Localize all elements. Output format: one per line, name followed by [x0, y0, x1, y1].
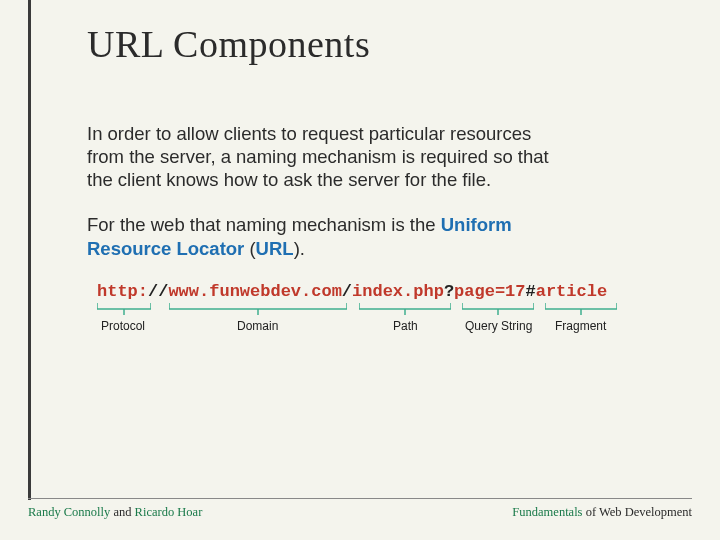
slide-body: URL Components In order to allow clients…: [28, 0, 720, 500]
bracket-domain: [169, 303, 347, 313]
bracket-labels: Protocol Domain Path Query String Fragme…: [97, 319, 664, 339]
label-protocol: Protocol: [101, 319, 145, 333]
bracket-query: [462, 303, 534, 313]
url-sep1: //: [148, 282, 168, 301]
url-sep4: #: [526, 282, 536, 301]
url-sep2: /: [342, 282, 352, 301]
url-path: index.php: [352, 282, 444, 301]
p2-open: (: [244, 238, 255, 259]
bracket-row: [97, 303, 664, 317]
url-fragment: article: [536, 282, 607, 301]
footer-and: and: [110, 505, 134, 519]
url-text: http://www.funwebdev.com/index.php?page=…: [97, 282, 664, 301]
footer-left: Randy Connolly and Ricardo Hoar: [28, 505, 202, 520]
bracket-path: [359, 303, 451, 313]
footer-book-a: Fundamentals: [512, 505, 582, 519]
bracket-protocol: [97, 303, 151, 313]
label-fragment: Fragment: [555, 319, 606, 333]
url-sep3: ?: [444, 282, 454, 301]
url-domain: www.funwebdev.com: [168, 282, 341, 301]
url-protocol: http:: [97, 282, 148, 301]
url-query: page=17: [454, 282, 525, 301]
footer-right: Fundamentals of Web Development: [512, 505, 692, 520]
bracket-fragment: [545, 303, 617, 313]
footer-author-a: Randy Connolly: [28, 505, 110, 519]
p2-close: ).: [294, 238, 305, 259]
p2-abbr: URL: [256, 238, 294, 259]
label-query: Query String: [465, 319, 532, 333]
footer: Randy Connolly and Ricardo Hoar Fundamen…: [28, 498, 692, 520]
footer-book-b: of Web Development: [583, 505, 693, 519]
paragraph-2: For the web that naming mechanism is the…: [87, 213, 567, 259]
url-diagram: http://www.funwebdev.com/index.php?page=…: [97, 282, 664, 339]
p2-prefix: For the web that naming mechanism is the: [87, 214, 441, 235]
footer-author-b: Ricardo Hoar: [135, 505, 203, 519]
label-path: Path: [393, 319, 418, 333]
label-domain: Domain: [237, 319, 278, 333]
paragraph-1: In order to allow clients to request par…: [87, 122, 567, 191]
page-title: URL Components: [87, 22, 664, 66]
